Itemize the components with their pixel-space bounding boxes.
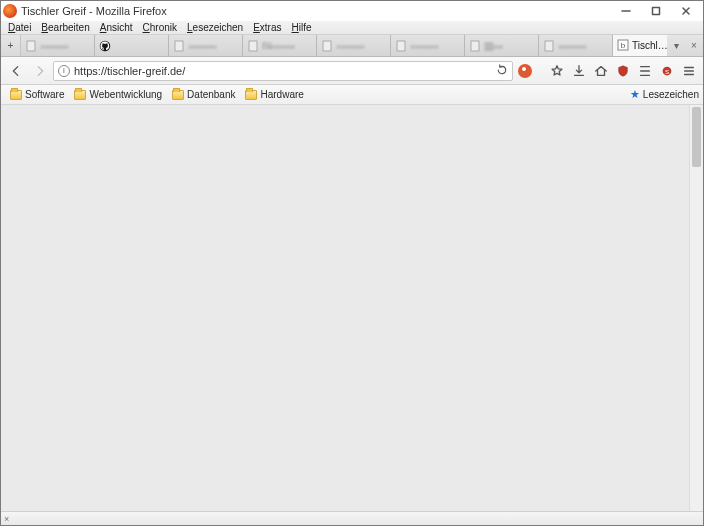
tab-label: ››››››››››››	[188, 40, 238, 51]
bookmark-label: Hardware	[260, 89, 303, 100]
bookmarks-sidebar-toggle[interactable]: ★ Lesezeichen	[630, 88, 699, 101]
github-icon	[99, 40, 111, 52]
bookmark-label: Datenbank	[187, 89, 235, 100]
bookmark-folder-datenbank[interactable]: Datenbank	[167, 89, 240, 100]
addon-icon[interactable]: S	[657, 61, 677, 81]
folder-icon	[74, 90, 86, 100]
svg-rect-4	[27, 41, 35, 51]
bookmark-folder-webentwicklung[interactable]: Webentwicklung	[69, 89, 167, 100]
tab-close-window[interactable]: ×	[685, 35, 703, 56]
page-icon	[173, 40, 185, 52]
window-title: Tischler Greif - Mozilla Firefox	[21, 5, 611, 17]
bookmarks-side-label: Lesezeichen	[643, 89, 699, 100]
close-button[interactable]	[671, 1, 701, 21]
tab-5[interactable]: ››››››››››››	[391, 35, 465, 56]
menu-hilfe[interactable]: Hilfe	[287, 22, 317, 33]
firefox-window: Tischler Greif - Mozilla Firefox Datei B…	[0, 0, 704, 526]
tabstrip: + ››››››››››››››››››››››››Bä››››››››››››…	[1, 35, 703, 57]
tab-3[interactable]: Bä››››››››››	[243, 35, 317, 56]
tab-label: ››››››››››››	[410, 40, 460, 51]
tab-overflow-button[interactable]: ▾	[667, 35, 685, 56]
maximize-button[interactable]	[641, 1, 671, 21]
minimize-button[interactable]	[611, 1, 641, 21]
folder-icon	[245, 90, 257, 100]
page-icon: b	[617, 39, 629, 51]
menu-icon[interactable]	[679, 61, 699, 81]
tabs-container: ››››››››››››››››››››››››Bä››››››››››››››…	[21, 35, 667, 56]
tab-label: ››››››››››››	[336, 40, 386, 51]
bookmarks-items: SoftwareWebentwicklungDatenbankHardware	[5, 89, 309, 100]
bookmark-label: Webentwicklung	[89, 89, 162, 100]
svg-rect-11	[545, 41, 553, 51]
bookmark-folder-software[interactable]: Software	[5, 89, 69, 100]
page-icon	[543, 40, 555, 52]
shield-icon[interactable]	[613, 61, 633, 81]
tab-7[interactable]: ››››››››››››	[539, 35, 613, 56]
download-icon[interactable]	[569, 61, 589, 81]
menu-datei[interactable]: Datei	[3, 22, 36, 33]
firefox-icon	[3, 4, 17, 18]
url-box[interactable]: i	[53, 61, 513, 81]
scrollbar-thumb[interactable]	[692, 107, 701, 167]
site-info-icon[interactable]: i	[58, 65, 70, 77]
navbar: i S	[1, 57, 703, 85]
tab-label: Bä››››››››››	[262, 40, 312, 51]
tab-2[interactable]: ››››››››››››	[169, 35, 243, 56]
tab-0[interactable]: ››››››››››››	[21, 35, 95, 56]
page-icon	[395, 40, 407, 52]
window-buttons	[611, 1, 701, 21]
bookmarks-bar: SoftwareWebentwicklungDatenbankHardware …	[1, 85, 703, 105]
svg-rect-6	[175, 41, 183, 51]
content-area	[1, 105, 703, 511]
tab-8[interactable]: bTischler Greif×	[613, 35, 667, 56]
duckduckgo-icon	[518, 64, 532, 78]
menu-lesezeichen[interactable]: Lesezeichen	[182, 22, 248, 33]
statusbar: ×	[1, 511, 703, 525]
svg-rect-8	[323, 41, 331, 51]
new-tab-button[interactable]: +	[1, 35, 21, 56]
menu-bearbeiten[interactable]: Bearbeiten	[36, 22, 94, 33]
page-icon	[25, 40, 37, 52]
page-icon	[247, 40, 259, 52]
vertical-scrollbar[interactable]	[689, 105, 703, 511]
svg-rect-9	[397, 41, 405, 51]
search-engine-icon[interactable]	[515, 61, 535, 81]
menu-ansicht[interactable]: Ansicht	[95, 22, 138, 33]
tab-label: Tischler Greif	[632, 40, 667, 51]
url-input[interactable]	[74, 63, 492, 79]
page-content[interactable]	[1, 105, 689, 511]
bookmark-star-icon[interactable]	[547, 61, 567, 81]
folder-icon	[10, 90, 22, 100]
svg-text:b: b	[621, 41, 626, 50]
library-icon[interactable]	[635, 61, 655, 81]
svg-rect-7	[249, 41, 257, 51]
statusbar-close[interactable]: ×	[4, 514, 9, 524]
tab-label: ››››››››››››	[40, 40, 90, 51]
bookmark-label: Software	[25, 89, 64, 100]
folder-icon	[172, 90, 184, 100]
tab-4[interactable]: ››››››››››››	[317, 35, 391, 56]
svg-rect-10	[471, 41, 479, 51]
forward-button[interactable]	[29, 60, 51, 82]
tab-label: |||||||||››››	[484, 40, 534, 51]
page-icon	[321, 40, 333, 52]
tab-6[interactable]: |||||||||››››	[465, 35, 539, 56]
home-icon[interactable]	[591, 61, 611, 81]
titlebar: Tischler Greif - Mozilla Firefox	[1, 1, 703, 21]
tab-1[interactable]	[95, 35, 169, 56]
back-button[interactable]	[5, 60, 27, 82]
reload-button[interactable]	[496, 64, 508, 78]
page-icon	[469, 40, 481, 52]
menu-chronik[interactable]: Chronik	[138, 22, 182, 33]
menu-extras[interactable]: Extras	[248, 22, 286, 33]
svg-text:S: S	[665, 67, 669, 74]
bookmark-blue-star-icon: ★	[630, 88, 640, 101]
menubar: Datei Bearbeiten Ansicht Chronik Lesezei…	[1, 21, 703, 35]
svg-rect-1	[653, 8, 660, 15]
bookmark-folder-hardware[interactable]: Hardware	[240, 89, 308, 100]
tab-label: ››››››››››››	[558, 40, 608, 51]
